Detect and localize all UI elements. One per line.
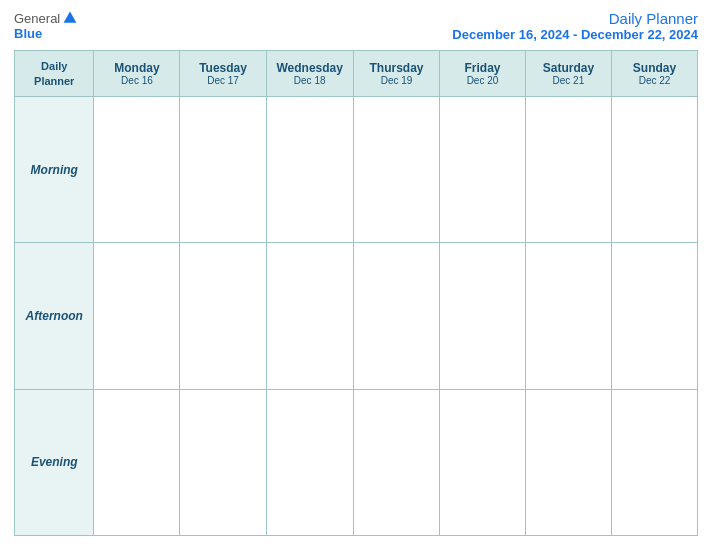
sunday-name: Sunday — [615, 61, 694, 75]
morning-wednesday-cell[interactable] — [266, 97, 353, 243]
logo-area: General Blue — [14, 10, 78, 41]
morning-row: Morning — [15, 97, 698, 243]
header-wednesday: Wednesday Dec 18 — [266, 51, 353, 97]
evening-friday-cell[interactable] — [440, 389, 525, 535]
logo-blue-text: Blue — [14, 26, 42, 41]
header-daily-line2: Planner — [34, 75, 74, 87]
morning-label: Morning — [15, 97, 94, 243]
afternoon-monday-cell[interactable] — [94, 243, 180, 389]
afternoon-tuesday-cell[interactable] — [180, 243, 266, 389]
thursday-date: Dec 19 — [357, 75, 436, 86]
afternoon-sunday-cell[interactable] — [612, 243, 698, 389]
afternoon-label: Afternoon — [15, 243, 94, 389]
sunday-date: Dec 22 — [615, 75, 694, 86]
header-daily-planner: Daily Planner — [15, 51, 94, 97]
morning-friday-cell[interactable] — [440, 97, 525, 243]
saturday-date: Dec 21 — [529, 75, 608, 86]
page-header: General Blue Daily Planner December 16, … — [14, 10, 698, 42]
planner-date-range: December 16, 2024 - December 22, 2024 — [452, 27, 698, 42]
title-area: Daily Planner December 16, 2024 - Decemb… — [452, 10, 698, 42]
wednesday-date: Dec 18 — [270, 75, 350, 86]
afternoon-thursday-cell[interactable] — [353, 243, 439, 389]
evening-tuesday-cell[interactable] — [180, 389, 266, 535]
monday-name: Monday — [97, 61, 176, 75]
general-blue-logo-icon — [62, 10, 78, 26]
header-sunday: Sunday Dec 22 — [612, 51, 698, 97]
morning-sunday-cell[interactable] — [612, 97, 698, 243]
table-header-row: Daily Planner Monday Dec 16 Tuesday Dec … — [15, 51, 698, 97]
wednesday-name: Wednesday — [270, 61, 350, 75]
evening-sunday-cell[interactable] — [612, 389, 698, 535]
evening-wednesday-cell[interactable] — [266, 389, 353, 535]
header-friday: Friday Dec 20 — [440, 51, 525, 97]
header-thursday: Thursday Dec 19 — [353, 51, 439, 97]
afternoon-wednesday-cell[interactable] — [266, 243, 353, 389]
svg-marker-0 — [64, 12, 77, 23]
logo: General — [14, 10, 78, 26]
evening-row: Evening — [15, 389, 698, 535]
morning-monday-cell[interactable] — [94, 97, 180, 243]
tuesday-date: Dec 17 — [183, 75, 262, 86]
friday-date: Dec 20 — [443, 75, 521, 86]
header-saturday: Saturday Dec 21 — [525, 51, 611, 97]
saturday-name: Saturday — [529, 61, 608, 75]
calendar-table: Daily Planner Monday Dec 16 Tuesday Dec … — [14, 50, 698, 536]
evening-monday-cell[interactable] — [94, 389, 180, 535]
morning-saturday-cell[interactable] — [525, 97, 611, 243]
afternoon-friday-cell[interactable] — [440, 243, 525, 389]
evening-thursday-cell[interactable] — [353, 389, 439, 535]
evening-label: Evening — [15, 389, 94, 535]
header-daily-line1: Daily — [41, 60, 67, 72]
header-tuesday: Tuesday Dec 17 — [180, 51, 266, 97]
planner-title: Daily Planner — [452, 10, 698, 27]
thursday-name: Thursday — [357, 61, 436, 75]
evening-saturday-cell[interactable] — [525, 389, 611, 535]
tuesday-name: Tuesday — [183, 61, 262, 75]
friday-name: Friday — [443, 61, 521, 75]
afternoon-row: Afternoon — [15, 243, 698, 389]
afternoon-saturday-cell[interactable] — [525, 243, 611, 389]
monday-date: Dec 16 — [97, 75, 176, 86]
header-monday: Monday Dec 16 — [94, 51, 180, 97]
logo-general-text: General — [14, 11, 60, 26]
morning-thursday-cell[interactable] — [353, 97, 439, 243]
morning-tuesday-cell[interactable] — [180, 97, 266, 243]
